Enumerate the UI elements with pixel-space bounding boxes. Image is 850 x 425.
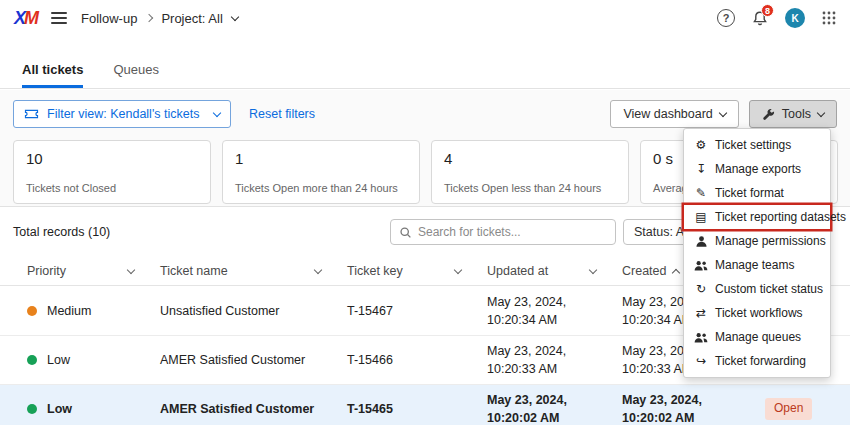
- column-header-ticket-key[interactable]: Ticket key: [347, 257, 487, 285]
- status-badge: Open: [765, 398, 812, 419]
- filter-view-label: Filter view: Kendall's tickets: [47, 107, 199, 121]
- tools-menu-item-label: Manage teams: [715, 258, 794, 272]
- stat-card-not-closed: 10 Tickets not Closed: [13, 140, 211, 204]
- tools-menu-item-label: Ticket format: [715, 186, 784, 200]
- tools-menu-item[interactable]: Manage teams: [684, 253, 830, 277]
- workflow-icon: ⇄: [694, 306, 708, 320]
- stat-label: Tickets not Closed: [26, 182, 198, 194]
- column-header-updated-at[interactable]: Updated at: [487, 257, 622, 285]
- ticket-name-cell: Unsatisfied Customer: [160, 302, 347, 320]
- chevron-down-icon: [213, 108, 221, 116]
- chevron-down-icon[interactable]: [231, 12, 239, 20]
- chevron-down-icon: [589, 265, 597, 273]
- stat-label: Tickets Open less than 24 hours: [444, 182, 616, 194]
- breadcrumb-app[interactable]: Follow-up: [81, 11, 137, 26]
- column-header-priority[interactable]: Priority: [27, 257, 160, 285]
- view-dashboard-button[interactable]: View dashboard: [610, 100, 738, 128]
- help-icon[interactable]: [717, 9, 735, 27]
- tools-menu-item-label: Ticket reporting datasets: [715, 210, 846, 224]
- top-bar: XM Follow-up Project: All 8 K: [0, 0, 850, 36]
- priority-cell: Low: [27, 351, 160, 369]
- status-icon: ↻: [694, 282, 708, 296]
- export-icon: ↧: [694, 162, 708, 176]
- permissions-icon: [694, 235, 708, 248]
- reset-filters-link[interactable]: Reset filters: [249, 107, 315, 121]
- updated-at-cell: May 23, 2024, 10:20:02 AM: [487, 391, 622, 425]
- priority-dot: [27, 306, 37, 316]
- stat-card-open-more-24h: 1 Tickets Open more than 24 hours: [222, 140, 420, 204]
- column-header-ticket-name[interactable]: Ticket name: [160, 257, 347, 285]
- created-cell: May 23, 2024, 10:20:02 AM: [622, 391, 765, 425]
- tab-queues[interactable]: Queues: [113, 52, 159, 88]
- tools-menu: ⚙Ticket settings↧Manage exports✎Ticket f…: [683, 128, 831, 378]
- tools-menu-item[interactable]: ▤Ticket reporting datasets: [684, 205, 830, 229]
- ticket-icon: [24, 108, 39, 120]
- stat-value: 1: [235, 150, 407, 167]
- priority-dot: [27, 355, 37, 365]
- tools-menu-item[interactable]: Manage queues: [684, 325, 830, 349]
- table-row[interactable]: Low AMER Satisfied Customer T-15465 May …: [0, 385, 850, 425]
- ticket-key-cell: T-15465: [347, 400, 487, 418]
- wrench-icon: [762, 108, 775, 121]
- chevron-down-icon: [127, 265, 135, 273]
- tools-menu-item[interactable]: Manage permissions: [684, 229, 830, 253]
- tools-button[interactable]: Tools: [749, 100, 837, 128]
- tools-menu-item-label: Manage permissions: [715, 234, 826, 248]
- datasets-icon: ▤: [694, 210, 708, 224]
- ticket-name-cell: AMER Satisfied Customer: [160, 400, 347, 418]
- updated-at-cell: May 23, 2024, 10:20:33 AM: [487, 342, 622, 378]
- chevron-down-icon: [817, 108, 825, 116]
- chevron-down-icon: [314, 265, 322, 273]
- tools-menu-item-label: Custom ticket status: [715, 282, 823, 296]
- apps-grid-icon[interactable]: [822, 11, 836, 25]
- sort-ascending-icon: [672, 268, 680, 276]
- total-records-label: Total records (10): [13, 225, 110, 239]
- topbar-actions: 8 K: [717, 8, 836, 28]
- notification-badge: 8: [761, 4, 774, 17]
- tools-menu-item-label: Manage queues: [715, 330, 801, 344]
- tools-menu-item[interactable]: ↻Custom ticket status: [684, 277, 830, 301]
- forward-icon: ↪: [694, 354, 708, 368]
- stat-value: 4: [444, 150, 616, 167]
- ticket-key-cell: T-15467: [347, 302, 487, 320]
- queue-icon: [694, 331, 708, 344]
- pencil-icon: ✎: [694, 186, 708, 200]
- xm-logo: XM: [14, 8, 37, 29]
- breadcrumb-project[interactable]: Project: All: [161, 11, 222, 26]
- status-cell: Open: [765, 398, 850, 419]
- tools-menu-item-label: Ticket workflows: [715, 306, 803, 320]
- priority-dot: [27, 404, 37, 414]
- chevron-right-icon: [145, 14, 153, 22]
- tab-all-tickets[interactable]: All tickets: [22, 52, 83, 88]
- search-input[interactable]: [418, 225, 607, 239]
- tools-menu-item[interactable]: ↪Ticket forwarding: [684, 349, 830, 373]
- avatar[interactable]: K: [785, 8, 805, 28]
- tools-menu-item-label: Manage exports: [715, 162, 801, 176]
- tools-menu-item-label: Ticket settings: [715, 138, 791, 152]
- stat-value: 10: [26, 150, 198, 167]
- tools-menu-item[interactable]: ↧Manage exports: [684, 157, 830, 181]
- chevron-down-icon: [454, 265, 462, 273]
- priority-cell: Medium: [27, 302, 160, 320]
- chevron-down-icon: [719, 108, 727, 116]
- search-icon: [399, 226, 412, 239]
- ticket-key-cell: T-15466: [347, 351, 487, 369]
- tools-menu-item-label: Ticket forwarding: [715, 354, 806, 368]
- breadcrumb: Follow-up Project: All: [81, 11, 238, 26]
- tab-bar: All tickets Queues: [0, 52, 850, 89]
- hamburger-menu-icon[interactable]: [51, 12, 67, 24]
- ticket-search: [390, 219, 616, 245]
- tools-menu-item[interactable]: ✎Ticket format: [684, 181, 830, 205]
- tools-menu-item[interactable]: ⇄Ticket workflows: [684, 301, 830, 325]
- notifications-button[interactable]: 8: [752, 10, 768, 27]
- gear-icon: ⚙: [694, 138, 708, 152]
- teams-icon: [694, 259, 708, 272]
- stat-card-open-less-24h: 4 Tickets Open less than 24 hours: [431, 140, 629, 204]
- stat-label: Tickets Open more than 24 hours: [235, 182, 407, 194]
- filter-view-dropdown[interactable]: Filter view: Kendall's tickets: [13, 100, 231, 128]
- updated-at-cell: May 23, 2024, 10:20:34 AM: [487, 293, 622, 329]
- tools-menu-item[interactable]: ⚙Ticket settings: [684, 133, 830, 157]
- ticket-name-cell: AMER Satisfied Customer: [160, 351, 347, 369]
- priority-cell: Low: [27, 400, 160, 418]
